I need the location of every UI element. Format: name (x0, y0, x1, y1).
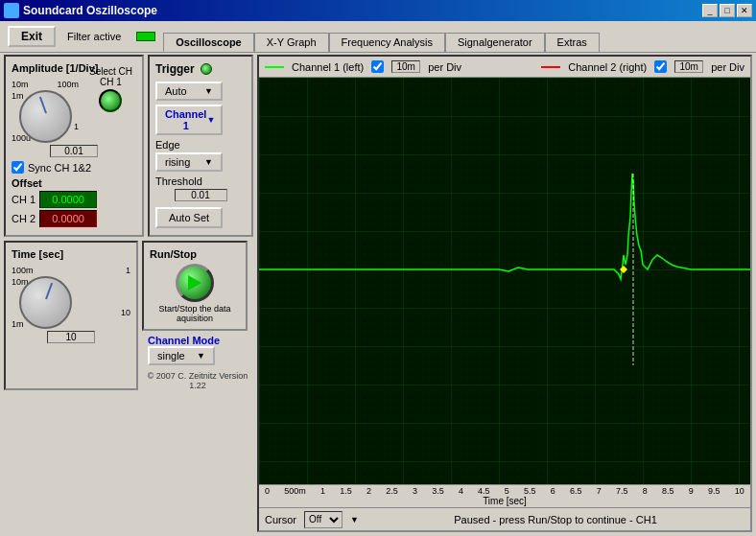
titlebar: Soundcard Oszilloscope _ □ ✕ (0, 0, 756, 21)
ch2-per-div-unit: per Div (711, 61, 744, 73)
runstop-title: Run/Stop (150, 248, 240, 260)
tick-10: 10 (735, 486, 744, 496)
amplitude-sub-value[interactable] (50, 145, 98, 157)
autoset-button[interactable]: Auto Set (155, 207, 223, 228)
tab-extras[interactable]: Extras (545, 33, 600, 52)
mode-arrow: ▼ (197, 351, 205, 361)
threshold-row (155, 189, 246, 201)
time-sub-value[interactable] (47, 331, 95, 343)
channel-mode-label: Channel Mode (148, 335, 248, 346)
tick-0: 0 (265, 486, 270, 496)
threshold-label: Threshold (155, 175, 246, 187)
tick-9_5: 9.5 (708, 486, 721, 496)
tick-3: 3 (413, 486, 417, 496)
sync-checkbox[interactable] (12, 161, 24, 174)
ch2-offset-input[interactable] (39, 210, 97, 227)
cursor-select[interactable]: Off On (304, 511, 343, 528)
sync-row: Sync CH 1&2 (12, 161, 136, 174)
app-icon (4, 3, 19, 18)
time-knob-indicator (45, 283, 53, 300)
ch1-offset-row: CH 1 (12, 191, 136, 208)
edge-arrow: ▼ (204, 157, 213, 167)
time-knob[interactable] (19, 276, 72, 329)
cursor-label: Cursor (265, 514, 296, 525)
amplitude-knob-indicator (38, 97, 46, 114)
runstop-panel: Run/Stop Start/Stop the data aquisition (142, 241, 248, 331)
edge-label: Edge (155, 139, 246, 151)
copyright-text: © 2007 C. Zeitnitz Version 1.22 (142, 371, 253, 390)
tick-6_5: 6.5 (570, 486, 582, 496)
content-area: Amplitude [1/Div] Select CH CH 1 10m 1m (0, 53, 756, 536)
tick-6: 6 (551, 486, 555, 496)
filter-active-indicator (136, 32, 155, 41)
time-axis-label: Time [sec] (263, 496, 746, 506)
ch1-offset-input[interactable] (39, 191, 97, 208)
ch1-per-div-input[interactable] (391, 60, 420, 73)
trigger-mode-row: Auto ▼ (155, 82, 246, 101)
trigger-header: Trigger (155, 62, 246, 76)
time-label-1: 1 (126, 266, 130, 275)
edge-row: rising ▼ (155, 152, 246, 172)
trigger-channel-arrow: ▼ (206, 115, 215, 125)
ch2-offset-row: CH 2 (12, 210, 136, 227)
tab-xy-graph[interactable]: X-Y Graph (254, 33, 329, 52)
exit-button[interactable]: Exit (8, 26, 56, 47)
offset-label: Offset (12, 177, 136, 189)
tick-500m: 500m (284, 486, 306, 496)
tick-9: 9 (689, 486, 694, 496)
edge-button[interactable]: rising ▼ (155, 152, 223, 172)
tab-frequency-analysis[interactable]: Frequency Analysis (329, 33, 445, 52)
trigger-mode-arrow: ▼ (204, 86, 213, 96)
trigger-title: Trigger (155, 62, 195, 76)
channel-mode-button[interactable]: single ▼ (148, 346, 215, 365)
amplitude-knob-area: 10m 1m 100m 100u 1 (12, 78, 79, 145)
ch1-bar-label: Channel 1 (left) (292, 61, 364, 73)
tab-signalgenerator[interactable]: Signalgenerator (445, 33, 545, 52)
ch2-visibility-checkbox[interactable] (654, 60, 667, 73)
tabs-bar: Oscilloscope X-Y Graph Frequency Analysi… (163, 33, 756, 52)
tick-2: 2 (366, 486, 371, 496)
amplitude-knob[interactable] (19, 90, 72, 143)
trigger-channel-row: Channel 1 ▼ (155, 105, 246, 135)
top-controls: Amplitude [1/Div] Select CH CH 1 10m 1m (4, 55, 253, 237)
tick-1: 1 (320, 486, 325, 496)
tick-3_5: 3.5 (432, 486, 444, 496)
cursor-arrow: ▼ (350, 515, 359, 524)
ch1-per-div-unit: per Div (428, 61, 461, 73)
run-stop-button[interactable] (176, 264, 214, 302)
trigger-led (201, 63, 212, 75)
time-panel: Time [sec] 100m 10m 1 1m 10 (4, 241, 138, 390)
oscilloscope-display: Channel 1 (left) per Div Channel 2 (righ… (257, 55, 752, 532)
grid-svg (259, 78, 750, 484)
tab-oscilloscope[interactable]: Oscilloscope (163, 33, 253, 52)
main-window: Exit Filter active Oscilloscope X-Y Grap… (0, 21, 756, 536)
channel-bar: Channel 1 (left) per Div Channel 2 (righ… (259, 57, 750, 78)
close-button[interactable]: ✕ (737, 4, 752, 17)
filter-label: Filter active (67, 31, 121, 42)
tick-4: 4 (459, 486, 463, 496)
svg-rect-2 (259, 78, 750, 484)
toolbar: Exit Filter active (0, 21, 163, 52)
amplitude-panel: Amplitude [1/Div] Select CH CH 1 10m 1m (4, 55, 144, 237)
time-ticks: 0 500m 1 1.5 2 2.5 3 3.5 4 4.5 5 5.5 6 6… (263, 486, 746, 496)
tick-8: 8 (643, 486, 648, 496)
ch1-offset-label: CH 1 (12, 194, 35, 205)
threshold-input[interactable] (175, 189, 227, 201)
minimize-button[interactable]: _ (702, 4, 718, 17)
select-ch-label: Select CH (89, 66, 132, 77)
ch2-per-div-input[interactable] (674, 60, 703, 73)
time-label-1m: 1m (12, 319, 24, 329)
tick-7: 7 (597, 486, 602, 496)
ch1-visibility-checkbox[interactable] (371, 60, 384, 73)
trigger-channel-button[interactable]: Channel 1 ▼ (155, 105, 223, 135)
amp-label-10m: 10m (12, 80, 29, 89)
tick-7_5: 7.5 (616, 486, 628, 496)
trigger-panel: Trigger Auto ▼ Channel 1 ▼ (148, 55, 253, 237)
trigger-mode-button[interactable]: Auto ▼ (155, 82, 223, 101)
sync-label: Sync CH 1&2 (28, 162, 91, 174)
time-label-100m: 100m (12, 266, 34, 275)
start-stop-label: Start/Stop the data aquisition (150, 304, 240, 323)
time-axis-container: 0 500m 1 1.5 2 2.5 3 3.5 4 4.5 5 5.5 6 6… (259, 484, 750, 507)
maximize-button[interactable]: □ (720, 4, 735, 17)
runstop-area: Run/Stop Start/Stop the data aquisition … (142, 241, 253, 390)
